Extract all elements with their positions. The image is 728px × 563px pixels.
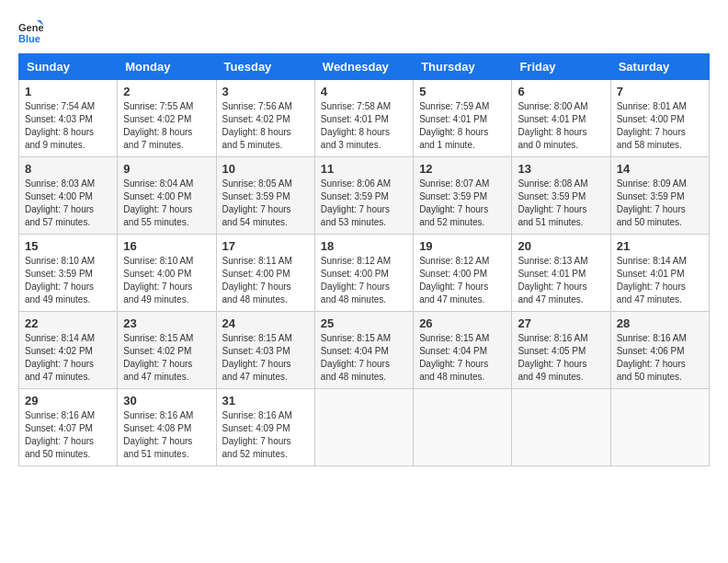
calendar-cell: 2 Sunrise: 7:55 AM Sunset: 4:02 PM Dayli… [118,80,216,157]
calendar-cell: 11 Sunrise: 8:06 AM Sunset: 3:59 PM Dayl… [314,157,413,235]
calendar-cell: 18 Sunrise: 8:12 AM Sunset: 4:00 PM Dayl… [314,235,413,312]
day-info: Sunrise: 8:16 AM Sunset: 4:06 PM Dayligh… [617,332,703,384]
day-info: Sunrise: 8:00 AM Sunset: 4:01 PM Dayligh… [518,100,604,152]
calendar-cell: 12 Sunrise: 8:07 AM Sunset: 3:59 PM Dayl… [414,157,512,235]
day-info: Sunrise: 8:05 AM Sunset: 3:59 PM Dayligh… [222,178,309,229]
day-info: Sunrise: 8:13 AM Sunset: 4:01 PM Dayligh… [518,255,604,306]
day-info: Sunrise: 8:16 AM Sunset: 4:07 PM Dayligh… [25,409,111,461]
day-info: Sunrise: 8:01 AM Sunset: 4:00 PM Dayligh… [617,100,703,152]
calendar-cell: 26 Sunrise: 8:15 AM Sunset: 4:04 PM Dayl… [414,312,512,389]
day-number: 19 [419,239,506,253]
calendar-cell: 21 Sunrise: 8:14 AM Sunset: 4:01 PM Dayl… [610,235,709,312]
day-info: Sunrise: 8:15 AM Sunset: 4:04 PM Dayligh… [321,332,407,384]
day-info: Sunrise: 8:08 AM Sunset: 3:59 PM Dayligh… [518,178,604,229]
calendar-cell: 9 Sunrise: 8:04 AM Sunset: 4:00 PM Dayli… [118,157,216,235]
weekday-header-friday: Friday [512,54,610,80]
calendar-cell: 30 Sunrise: 8:16 AM Sunset: 4:08 PM Dayl… [118,389,216,466]
calendar-cell: 1 Sunrise: 7:54 AM Sunset: 4:03 PM Dayli… [19,80,118,157]
calendar-cell: 8 Sunrise: 8:03 AM Sunset: 4:00 PM Dayli… [19,157,118,235]
calendar-cell: 29 Sunrise: 8:16 AM Sunset: 4:07 PM Dayl… [19,389,118,466]
day-info: Sunrise: 7:58 AM Sunset: 4:01 PM Dayligh… [321,100,407,152]
day-number: 28 [617,316,703,330]
calendar-cell: 15 Sunrise: 8:10 AM Sunset: 3:59 PM Dayl… [19,235,118,312]
day-number: 5 [419,85,506,98]
day-number: 31 [222,394,309,408]
day-number: 3 [222,85,309,98]
day-number: 1 [25,85,111,98]
day-number: 10 [222,162,309,176]
calendar-cell: 4 Sunrise: 7:58 AM Sunset: 4:01 PM Dayli… [314,80,413,157]
calendar-cell: 16 Sunrise: 8:10 AM Sunset: 4:00 PM Dayl… [118,235,216,312]
calendar-cell: 31 Sunrise: 8:16 AM Sunset: 4:09 PM Dayl… [216,389,314,466]
day-number: 4 [321,85,407,98]
calendar-week-row: 1 Sunrise: 7:54 AM Sunset: 4:03 PM Dayli… [19,80,710,157]
day-number: 18 [321,239,407,253]
weekday-header-saturday: Saturday [610,54,709,80]
day-info: Sunrise: 7:59 AM Sunset: 4:01 PM Dayligh… [419,100,506,152]
calendar: SundayMondayTuesdayWednesdayThursdayFrid… [18,53,710,466]
day-number: 15 [25,239,111,253]
calendar-cell: 24 Sunrise: 8:15 AM Sunset: 4:03 PM Dayl… [216,312,314,389]
calendar-cell: 28 Sunrise: 8:16 AM Sunset: 4:06 PM Dayl… [610,312,709,389]
day-number: 21 [617,239,703,253]
day-info: Sunrise: 8:15 AM Sunset: 4:03 PM Dayligh… [222,332,309,384]
day-number: 13 [518,162,604,176]
day-number: 16 [123,239,210,253]
day-number: 14 [617,162,703,176]
day-number: 11 [321,162,407,176]
weekday-header-monday: Monday [118,54,216,80]
day-number: 6 [518,85,604,98]
weekday-header-sunday: Sunday [19,54,118,80]
day-info: Sunrise: 8:06 AM Sunset: 3:59 PM Dayligh… [321,178,407,229]
day-number: 7 [617,85,703,98]
day-info: Sunrise: 7:54 AM Sunset: 4:03 PM Dayligh… [25,100,111,152]
day-info: Sunrise: 8:14 AM Sunset: 4:02 PM Dayligh… [25,332,111,384]
calendar-cell: 7 Sunrise: 8:01 AM Sunset: 4:00 PM Dayli… [610,80,709,157]
day-number: 2 [123,85,210,98]
day-number: 23 [123,316,210,330]
calendar-cell: 23 Sunrise: 8:15 AM Sunset: 4:02 PM Dayl… [118,312,216,389]
calendar-week-row: 29 Sunrise: 8:16 AM Sunset: 4:07 PM Dayl… [19,389,710,466]
calendar-cell: 27 Sunrise: 8:16 AM Sunset: 4:05 PM Dayl… [512,312,610,389]
day-number: 17 [222,239,309,253]
calendar-header-row: SundayMondayTuesdayWednesdayThursdayFrid… [19,54,710,80]
calendar-cell: 13 Sunrise: 8:08 AM Sunset: 3:59 PM Dayl… [512,157,610,235]
day-info: Sunrise: 7:56 AM Sunset: 4:02 PM Dayligh… [222,100,309,152]
calendar-cell [414,389,512,466]
header: General Blue [18,18,710,44]
day-number: 30 [123,394,210,408]
calendar-cell: 6 Sunrise: 8:00 AM Sunset: 4:01 PM Dayli… [512,80,610,157]
calendar-week-row: 15 Sunrise: 8:10 AM Sunset: 3:59 PM Dayl… [19,235,710,312]
day-number: 26 [419,316,506,330]
svg-text:General: General [18,22,44,33]
calendar-cell [314,389,413,466]
day-info: Sunrise: 8:12 AM Sunset: 4:00 PM Dayligh… [419,255,506,306]
day-info: Sunrise: 8:10 AM Sunset: 4:00 PM Dayligh… [123,255,210,306]
day-number: 8 [25,162,111,176]
calendar-cell [512,389,610,466]
day-info: Sunrise: 8:16 AM Sunset: 4:09 PM Dayligh… [222,409,309,461]
day-number: 9 [123,162,210,176]
day-number: 12 [419,162,506,176]
day-info: Sunrise: 8:15 AM Sunset: 4:04 PM Dayligh… [419,332,506,384]
day-info: Sunrise: 8:09 AM Sunset: 3:59 PM Dayligh… [617,178,703,229]
calendar-cell: 20 Sunrise: 8:13 AM Sunset: 4:01 PM Dayl… [512,235,610,312]
day-number: 20 [518,239,604,253]
day-number: 22 [25,316,111,330]
weekday-header-wednesday: Wednesday [314,54,413,80]
calendar-week-row: 8 Sunrise: 8:03 AM Sunset: 4:00 PM Dayli… [19,157,710,235]
day-number: 29 [25,394,111,408]
day-info: Sunrise: 8:14 AM Sunset: 4:01 PM Dayligh… [617,255,703,306]
calendar-cell: 25 Sunrise: 8:15 AM Sunset: 4:04 PM Dayl… [314,312,413,389]
calendar-week-row: 22 Sunrise: 8:14 AM Sunset: 4:02 PM Dayl… [19,312,710,389]
logo-icon: General Blue [18,18,44,44]
calendar-cell: 22 Sunrise: 8:14 AM Sunset: 4:02 PM Dayl… [19,312,118,389]
day-info: Sunrise: 8:16 AM Sunset: 4:08 PM Dayligh… [123,409,210,461]
day-number: 25 [321,316,407,330]
day-info: Sunrise: 7:55 AM Sunset: 4:02 PM Dayligh… [123,100,210,152]
calendar-cell: 17 Sunrise: 8:11 AM Sunset: 4:00 PM Dayl… [216,235,314,312]
day-info: Sunrise: 8:15 AM Sunset: 4:02 PM Dayligh… [123,332,210,384]
day-info: Sunrise: 8:16 AM Sunset: 4:05 PM Dayligh… [518,332,604,384]
weekday-header-tuesday: Tuesday [216,54,314,80]
calendar-cell: 14 Sunrise: 8:09 AM Sunset: 3:59 PM Dayl… [610,157,709,235]
